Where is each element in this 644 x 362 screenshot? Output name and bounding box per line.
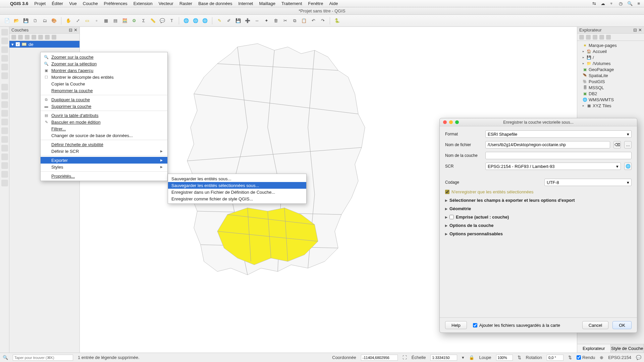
ctx-export[interactable]: Exporter▶ — [41, 157, 167, 164]
crs-icon[interactable]: ⊕ — [600, 355, 603, 360]
add-vector-icon[interactable] — [1, 29, 8, 36]
zoom-selection-icon[interactable] — [1, 127, 8, 134]
ctx-properties[interactable]: Propriétés... — [41, 173, 167, 179]
zoom-layer-icon[interactable] — [1, 119, 8, 125]
browser-close-icon[interactable]: ⊟ ✕ — [633, 27, 642, 33]
layer-options-section[interactable]: ▶Options de la couche — [445, 223, 632, 228]
ctx-show-count[interactable]: ☐Montrer le décompte des entités — [41, 74, 167, 80]
new-project-icon[interactable]: 📄 — [3, 17, 11, 24]
browse-button[interactable]: … — [624, 141, 632, 148]
layer-visibility-icon[interactable] — [25, 35, 30, 40]
geometry-section[interactable]: ▶Géométrie — [445, 206, 632, 211]
coord-input[interactable] — [361, 355, 398, 361]
menu-fenetre[interactable]: Fenêtre — [308, 1, 323, 6]
switch-icon[interactable]: ⇆ — [592, 1, 596, 6]
messages-icon[interactable]: 💬 — [636, 355, 641, 360]
layer-add-group-icon[interactable] — [18, 35, 23, 40]
magnifier-input[interactable] — [496, 355, 513, 361]
locator-input[interactable] — [13, 355, 73, 361]
ctx-scr[interactable]: Définir le SCR▶ — [41, 148, 167, 155]
layout-manager-icon[interactable]: 🗂 — [41, 17, 48, 24]
fields-section[interactable]: ▶Sélectionner les champs à exporter et l… — [445, 198, 632, 203]
pan-selection-icon[interactable]: ⤢ — [74, 17, 82, 24]
select-value-icon[interactable]: ▦ — [102, 17, 110, 24]
menu-internet[interactable]: Internet — [238, 1, 253, 6]
layer-filter-icon[interactable] — [32, 35, 36, 40]
add-virtual-icon[interactable] — [1, 72, 8, 79]
only-selected-checkbox[interactable] — [445, 190, 449, 194]
wifi-icon[interactable]: ᯤ — [610, 1, 614, 6]
stepper-icon[interactable]: ⇅ — [568, 355, 572, 360]
close-icon[interactable] — [443, 120, 447, 124]
extent-icon[interactable]: ⛶ — [402, 355, 407, 360]
ctx-change-source[interactable]: Changer de source de base de données... — [41, 132, 167, 139]
redo-icon[interactable]: ↷ — [319, 17, 326, 24]
tree-spatialite[interactable]: 🪶SpatiaLite — [579, 72, 643, 78]
zoom-next-icon[interactable] — [1, 145, 8, 152]
tree-xyz[interactable]: ▸▦XYZ Tiles — [579, 103, 643, 109]
edit-pencil-icon[interactable]: ✎ — [216, 17, 223, 24]
measure-icon[interactable]: 📏 — [149, 17, 157, 24]
menu-preferences[interactable]: Préférences — [104, 1, 127, 6]
layer-expand-icon[interactable] — [38, 35, 43, 40]
field-calc-icon[interactable]: 🧮 — [121, 17, 128, 24]
rotation-input[interactable] — [547, 355, 564, 361]
menu-bdd[interactable]: Base de données — [198, 1, 232, 6]
move-feature-icon[interactable]: ↔ — [253, 17, 261, 24]
open-table-icon[interactable]: ▤ — [112, 17, 119, 24]
add-saved-check[interactable]: Ajouter les fichiers sauvegardés à la ca… — [473, 323, 560, 328]
ctx-show-overview[interactable]: ▣Montrer dans l'aperçu — [41, 67, 167, 74]
save-project-icon[interactable]: 💾 — [22, 17, 30, 24]
tree-geopackage[interactable]: ▣GeoPackage — [579, 66, 643, 72]
add-saved-checkbox[interactable] — [473, 323, 477, 327]
ctx-zoom-selection[interactable]: 🔍Zoomer sur la sélection — [41, 60, 167, 67]
help-button[interactable]: Help — [445, 321, 467, 329]
style-manager-icon[interactable]: 🎨 — [50, 17, 58, 24]
cut-icon[interactable]: ✂ — [281, 17, 289, 24]
globe1-icon[interactable]: 🌐 — [182, 17, 190, 24]
layer-style-icon[interactable] — [11, 35, 16, 40]
identify-icon[interactable] — [1, 154, 8, 160]
layer-remove-icon[interactable] — [52, 35, 56, 40]
ctx-save-features[interactable]: Sauvegarder les entités sous... — [168, 175, 306, 182]
zoom-last-icon[interactable] — [1, 136, 8, 143]
add-spatialite-icon[interactable] — [1, 64, 8, 70]
tips-icon[interactable]: 💬 — [159, 17, 166, 24]
menu-maillage[interactable]: Maillage — [259, 1, 275, 6]
processing-icon[interactable]: ⚙ — [130, 17, 138, 24]
layer-collapse-icon[interactable] — [45, 35, 50, 40]
tab-explorer[interactable]: Explorateur — [577, 344, 611, 353]
copy-icon[interactable]: ⧉ — [291, 17, 298, 24]
add-mesh-icon[interactable] — [1, 46, 8, 53]
filename-input[interactable] — [485, 141, 610, 148]
paste-icon[interactable]: 📋 — [300, 17, 308, 24]
save-edits-icon[interactable]: 💾 — [234, 17, 242, 24]
ctx-copy-layer[interactable]: Copier la Couche — [41, 80, 167, 87]
ctx-toggle-edit[interactable]: ✎Basculer en mode édition — [41, 119, 167, 125]
ctx-duplicate[interactable]: ⧉Dupliquer la couche — [41, 96, 167, 103]
menu-traitement[interactable]: Traitement — [281, 1, 302, 6]
minimize-icon[interactable] — [449, 120, 453, 124]
zoom-in-icon[interactable] — [1, 93, 8, 99]
tree-bookmarks[interactable]: ★Marque-pages — [579, 42, 643, 48]
hand-icon[interactable] — [1, 84, 8, 90]
format-select[interactable]: ESRI Shapefile▾ — [485, 130, 632, 138]
render-checkbox[interactable] — [577, 355, 581, 360]
text-annot-icon[interactable]: T — [168, 17, 175, 24]
ctx-visibility[interactable]: Définir l'échelle de visibilité — [41, 141, 167, 148]
app-name[interactable]: QGIS 3.6 — [10, 1, 28, 6]
ctx-filter[interactable]: Filtrer... — [41, 125, 167, 132]
menu-aide[interactable]: Aide — [329, 1, 338, 6]
layer-checkbox[interactable]: ✓ — [16, 42, 20, 46]
open-project-icon[interactable]: 📂 — [13, 17, 20, 24]
search-icon[interactable]: 🔍 — [627, 1, 633, 6]
ok-button[interactable]: OK — [612, 321, 632, 329]
ctx-styles[interactable]: Styles▶ — [41, 164, 167, 170]
deselect-icon[interactable]: ▫ — [93, 17, 100, 24]
tree-db2[interactable]: ▣DB2 — [579, 90, 643, 97]
lock-icon[interactable]: 🔒 — [469, 355, 474, 360]
ctx-remove[interactable]: ▬Supprimer la couche — [41, 103, 167, 110]
globe2-icon[interactable]: 🌐 — [192, 17, 199, 24]
node-tool-icon[interactable]: ✦ — [263, 17, 270, 24]
epsg-label[interactable]: EPSG:2154 — [608, 355, 631, 360]
